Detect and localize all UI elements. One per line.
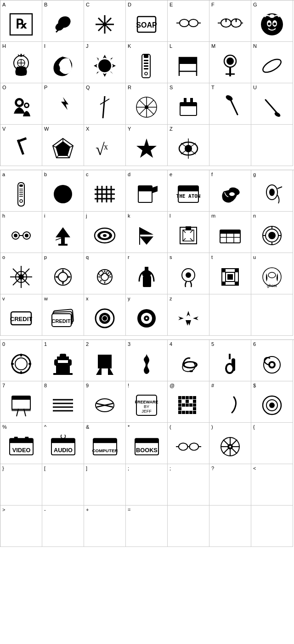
svg-text:x: x [104,142,108,151]
svg-point-142 [103,234,107,237]
svg-point-237 [227,365,232,372]
svg-rect-104 [19,184,23,187]
cell-P: P [42,83,84,125]
cell-p: p [42,253,84,294]
cell-percent: % VIDEO [0,423,42,464]
svg-line-11 [107,18,111,23]
svg-marker-48 [110,58,113,60]
svg-rect-227 [100,355,110,368]
cell-at: @ [168,381,209,423]
svg-rect-136 [61,237,65,244]
svg-line-12 [98,26,103,31]
svg-marker-49 [96,71,99,74]
svg-rect-53 [144,60,148,61]
cell-S: S [168,83,209,125]
cell-n: n [251,212,293,253]
svg-point-13 [102,22,107,27]
svg-line-9 [98,18,103,23]
svg-line-129 [277,187,282,189]
svg-point-186 [186,272,191,278]
svg-point-79 [145,105,148,109]
svg-rect-82 [184,98,187,104]
svg-point-126 [229,192,235,196]
cell-1: 1 [42,340,84,381]
svg-marker-143 [140,227,153,235]
uppercase-section: A ℞ B C [0,0,294,166]
cell-lparen: ( [168,423,209,464]
svg-point-241 [270,363,274,367]
cell-H: H [0,42,42,83]
cell-amp: & COMPUTER [84,423,126,464]
svg-marker-135 [56,227,70,237]
svg-marker-43 [103,55,107,58]
svg-text:CREDIT: CREDIT [52,318,71,324]
cell-x: x [84,294,126,336]
svg-point-195 [268,272,276,278]
svg-rect-260 [186,396,189,399]
cell-3: 3 [126,340,168,381]
svg-text:CREDIT: CREDIT [10,316,32,322]
cell-F: F [209,0,251,42]
svg-line-84 [230,99,237,115]
cell-semi1: ; [126,464,168,506]
svg-point-68 [17,100,22,105]
cell-u: u ghost [251,253,293,294]
svg-rect-266 [178,403,181,407]
svg-point-179 [99,271,103,276]
svg-point-33 [273,23,276,25]
svg-point-308 [229,446,231,448]
svg-text:COMPUTER: COMPUTER [92,448,118,453]
cell-8: 8 [42,381,84,423]
svg-point-204 [99,313,110,324]
svg-marker-121 [152,186,158,193]
svg-rect-229 [110,355,112,368]
cell-a: a [0,170,42,212]
cell-asterisk: * BOOKS [126,423,168,464]
svg-rect-274 [182,411,185,414]
svg-text:VIDEO: VIDEO [12,447,30,454]
cell-empty-n2 [209,506,251,547]
lowercase-section: a b c [0,170,294,336]
cell-W: W [42,125,84,166]
cell-h: h [0,212,42,253]
cell-9: 9 [84,381,126,423]
svg-rect-64 [229,67,231,76]
svg-rect-267 [182,403,185,407]
svg-rect-292 [93,438,116,443]
svg-rect-59 [179,58,197,64]
svg-rect-284 [14,437,17,439]
svg-rect-190 [222,269,226,272]
cell-C: C [84,0,126,42]
cell-N: N [251,42,293,83]
cell-U: U [251,83,293,125]
svg-point-111 [54,185,72,203]
svg-point-28 [235,18,237,20]
svg-rect-137 [58,244,68,246]
cell-E: E [168,0,209,42]
cell-dollar: $ [251,381,293,423]
cell-g: g [251,170,293,212]
cell-empty-n3 [251,506,293,547]
svg-rect-83 [190,98,193,104]
svg-point-34 [269,14,275,18]
svg-rect-184 [145,267,148,272]
cell-j: j [84,212,126,253]
cell-lt: < [251,464,293,506]
cell-X: X √ x [84,125,126,166]
svg-point-215 [15,358,27,370]
svg-point-17 [189,19,198,27]
cell-s: s [168,253,209,294]
cell-caret: ^ AUDIO [42,423,84,464]
svg-rect-285 [25,437,28,439]
cell-empty-n1 [168,506,209,547]
cell-rbrace: } [0,464,42,506]
svg-rect-243 [12,396,30,400]
svg-point-133 [25,234,28,237]
svg-point-156 [268,232,276,239]
svg-rect-123 [178,186,198,191]
svg-rect-270 [193,403,196,407]
svg-rect-81 [180,103,197,106]
svg-text:BOOKS: BOOKS [136,447,158,454]
cell-Y: Y [126,125,168,166]
cell-t: t [209,253,251,294]
